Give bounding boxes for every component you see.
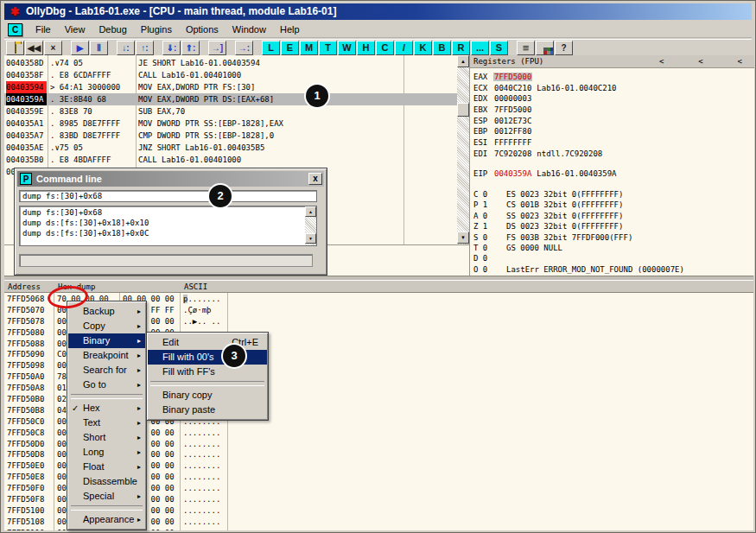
- toolbar-button[interactable]: ▶: [71, 41, 89, 55]
- register-row[interactable]: EDI7C920208ntdll.7C920208: [473, 149, 616, 160]
- scroll-down-icon[interactable]: ▼: [457, 232, 469, 244]
- context-menu-item[interactable]: Float▸: [68, 460, 145, 474]
- flag-row[interactable]: A 0SS 0023 32bit 0(FFFFFFFF): [473, 211, 684, 221]
- context-menu-item[interactable]: Short▸: [68, 430, 145, 445]
- submenu-item[interactable]: Fill with 00's: [148, 350, 267, 365]
- menubar-item[interactable]: Window: [226, 21, 273, 38]
- toolbar-button[interactable]: ◀◀: [25, 41, 43, 55]
- ascii-column-header[interactable]: ASCII: [184, 281, 207, 293]
- context-menu-item[interactable]: Breakpoint▸: [68, 348, 145, 363]
- context-menu-item[interactable]: [71, 394, 143, 399]
- context-menu-item[interactable]: Long▸: [68, 445, 145, 460]
- context-menu-item[interactable]: Go to▸: [68, 378, 145, 392]
- disassembly-row[interactable]: 00403594> 64:A1 3000000MOV EAX,DWORD PTR…: [4, 81, 457, 93]
- scroll-up-icon[interactable]: ▲: [457, 55, 469, 67]
- history-scrollbar[interactable]: ▲ ▼: [305, 206, 316, 245]
- collapse-pane-icon[interactable]: <: [659, 55, 664, 68]
- register-row[interactable]: EDX00000003: [473, 93, 616, 105]
- toolbar-letter-button[interactable]: T: [319, 41, 337, 55]
- context-menu-item[interactable]: Disassemble: [68, 474, 145, 489]
- menubar-item[interactable]: Debug: [92, 21, 133, 38]
- context-menu-item[interactable]: Binary▸: [68, 333, 145, 348]
- flag-row[interactable]: C 0ES 0023 32bit 0(FFFFFFFF): [473, 189, 684, 200]
- collapse-pane-icon[interactable]: <: [698, 55, 702, 68]
- toolbar-letter-button[interactable]: /: [395, 41, 413, 55]
- command-history-item[interactable]: dump ds:[fs:[30]+0x18]+0x0C: [22, 228, 314, 238]
- context-menu-item[interactable]: Copy▸: [68, 319, 145, 333]
- register-row[interactable]: EBP0012FF80: [473, 126, 616, 137]
- disassembly-row[interactable]: 004035A7. 83BD D8E7FFFFCMP DWORD PTR SS:…: [4, 130, 457, 142]
- register-row[interactable]: ESP0012E73C: [473, 116, 616, 127]
- toolbar-button[interactable]: →]: [208, 41, 226, 55]
- disassembly-row[interactable]: 004035A1. 8985 D8E7FFFFMOV DWORD PTR SS:…: [4, 117, 457, 130]
- register-row[interactable]: EAX7FFD5000: [473, 72, 616, 83]
- toolbar-letter-button[interactable]: W: [338, 41, 356, 55]
- context-menu-item[interactable]: ✓Hex▸: [68, 401, 145, 416]
- command-input[interactable]: dump fs:[30]+0x68: [19, 190, 317, 202]
- flag-row[interactable]: P 1CS 001B 32bit 0(FFFFFFFF): [473, 200, 684, 210]
- context-menu-item[interactable]: Special▸: [68, 489, 145, 504]
- scrollbar-thumb[interactable]: [457, 103, 469, 117]
- toolbar-letter-button[interactable]: L: [262, 41, 280, 55]
- flag-row[interactable]: D 0: [473, 253, 684, 263]
- registers-pane[interactable]: Registers (FPU) <<< EAX7FFD5000ECX0040C2…: [470, 55, 754, 276]
- toolbar-letter-button[interactable]: R: [452, 41, 470, 55]
- disassembly-row[interactable]: 004035AE.∨75 05JNZ SHORT Lab16-01.004035…: [4, 142, 457, 154]
- flag-row[interactable]: T 0GS 0000 NULL: [473, 243, 684, 253]
- menubar-item[interactable]: Options: [179, 21, 226, 38]
- flag-row[interactable]: Z 1DS 0023 32bit 0(FFFFFFFF): [473, 221, 684, 232]
- appearance-grid-button[interactable]: [536, 41, 554, 55]
- open-file-button[interactable]: [6, 41, 24, 55]
- toolbar-letter-button[interactable]: B: [433, 41, 451, 55]
- disassembly-scrollbar[interactable]: ▲ ▼: [457, 55, 469, 244]
- submenu-item[interactable]: Fill with FF's: [148, 365, 267, 379]
- cpu-window-icon[interactable]: C: [8, 23, 22, 36]
- toolbar-button[interactable]: ⇓:: [162, 41, 181, 55]
- toolbar-letter-button[interactable]: S: [490, 41, 508, 55]
- toolbar-letter-button[interactable]: E: [281, 41, 299, 55]
- toolbar-button[interactable]: ×: [44, 41, 62, 55]
- toolbar-letter-button[interactable]: M: [300, 41, 318, 55]
- toolbar-letter-button[interactable]: ...: [471, 41, 489, 55]
- menubar-item[interactable]: Plugins: [134, 21, 179, 38]
- register-row[interactable]: ECX0040C210Lab16-01.0040C210: [473, 83, 616, 94]
- command-history-item[interactable]: dump fs:[30]+0x68: [22, 207, 314, 218]
- toolbar-button[interactable]: ↑:: [136, 41, 154, 55]
- help-button[interactable]: ?: [555, 41, 573, 55]
- toolbar-button[interactable]: ⇑:: [181, 41, 200, 55]
- disassembly-row[interactable]: 0040358F. E8 6CDAFFFFCALL Lab16-01.00401…: [4, 69, 457, 81]
- context-menu-item[interactable]: Search for▸: [68, 363, 145, 378]
- menubar-item[interactable]: Help: [273, 21, 307, 38]
- flag-row[interactable]: S 0FS 003B 32bit 7FFDF000(FFF): [473, 232, 684, 243]
- submenu-item[interactable]: [150, 381, 264, 386]
- register-row[interactable]: ESIFFFFFFFF: [473, 137, 616, 149]
- scroll-down-icon[interactable]: ▼: [305, 233, 316, 244]
- toolbar-button[interactable]: Ⅱ: [90, 41, 108, 55]
- command-history-item[interactable]: dump ds:[fs:[30]+0x18]+0x10: [22, 218, 314, 228]
- submenu-item[interactable]: EditCtrl+E: [148, 335, 267, 350]
- menubar-item[interactable]: File: [29, 21, 58, 38]
- submenu-item[interactable]: Binary paste: [148, 403, 267, 417]
- disassembly-row[interactable]: 0040359A. 3E:8B40 68MOV EAX,DWORD PTR DS…: [4, 93, 457, 105]
- command-line-titlebar[interactable]: P Command line x: [17, 171, 324, 187]
- toolbar-button[interactable]: ↓:: [117, 41, 135, 55]
- context-menu-item[interactable]: Backup▸: [68, 304, 145, 319]
- menubar-item[interactable]: View: [58, 21, 92, 38]
- scroll-up-icon[interactable]: ▲: [305, 206, 316, 217]
- context-menu-item[interactable]: [71, 505, 143, 511]
- flag-row[interactable]: O 0LastErr ERROR_MOD_NOT_FOUND (0000007E…: [473, 264, 684, 275]
- toolbar-letter-button[interactable]: C: [376, 41, 394, 55]
- collapse-pane-icon[interactable]: <: [738, 55, 742, 68]
- toolbar-button[interactable]: →:: [235, 41, 253, 55]
- disassembly-row[interactable]: 0040358D.∨74 05JE SHORT Lab16-01.0040359…: [4, 57, 457, 69]
- disassembly-row[interactable]: 0040359E. 83E8 70SUB EAX,70: [4, 105, 457, 117]
- eip-register-row[interactable]: EIP0040359ALab16-01.0040359A: [473, 169, 616, 178]
- toolbar-letter-button[interactable]: K: [414, 41, 432, 55]
- submenu-item[interactable]: Binary copy: [148, 388, 267, 403]
- address-column-header[interactable]: Address: [8, 281, 41, 293]
- close-icon[interactable]: x: [308, 173, 322, 185]
- disassembly-row[interactable]: 004035B0. E8 4BDAFFFFCALL Lab16-01.00401…: [4, 154, 457, 166]
- toolbar-letter-button[interactable]: H: [357, 41, 375, 55]
- windows-list-button[interactable]: ≡: [517, 41, 535, 55]
- context-menu-item[interactable]: Text▸: [68, 416, 145, 430]
